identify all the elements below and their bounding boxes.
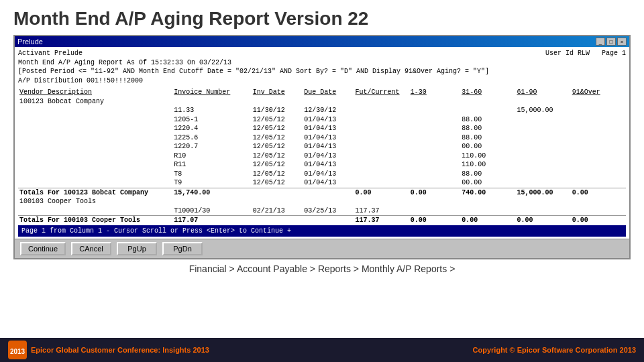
window-titlebar: Prelude _ □ × <box>15 36 629 47</box>
user-id: User Id RLW Page 1 <box>545 49 626 58</box>
table-row: 1225.612/05/1201/04/1388.00 <box>18 133 626 143</box>
report-line-2: [Posted Period <= "11-92" AND Month End … <box>18 67 626 76</box>
table-row: T912/05/1201/04/1300.00 <box>18 178 626 188</box>
cancel-button[interactable]: CAncel <box>71 242 111 255</box>
column-header-row: Vendor Description Invoice Number Inv Da… <box>18 88 626 97</box>
col-fut-current: Fut/Current <box>354 88 409 97</box>
svg-text:2013: 2013 <box>10 348 25 355</box>
table-row: Totals For 100103 Cooper Tools117.07117.… <box>18 216 626 225</box>
button-area: ContinueCAncelPgUpPgDn <box>15 239 629 258</box>
col-91-over: 91&Over <box>571 88 626 97</box>
status-bar: Page 1 from Column 1 - Cursor Scroll or … <box>18 225 626 237</box>
col-inv-date: Inv Date <box>252 88 303 97</box>
report-table: Vendor Description Invoice Number Inv Da… <box>18 88 626 225</box>
table-row: R1012/05/1201/04/13110.00 <box>18 152 626 161</box>
col-vendor: Vendor Description <box>18 88 172 97</box>
col-1-30: 1-30 <box>409 88 460 97</box>
insights-logo-icon: 2013 <box>8 341 27 359</box>
pgup-button[interactable]: PgUp <box>117 242 157 255</box>
table-row: T10001/3002/21/1303/25/13117.37 <box>18 206 626 216</box>
col-61-90: 61-90 <box>515 88 570 97</box>
prelude-window: Prelude _ □ × Activant Prelude User Id R… <box>13 35 631 259</box>
pgdn-button[interactable]: PgDn <box>162 242 203 255</box>
footer-right-text: Copyright © Epicor Software Corporation … <box>473 346 636 354</box>
table-row: T812/05/1201/04/1388.00 <box>18 170 626 179</box>
window-title: Prelude <box>17 38 43 46</box>
col-invoice: Invoice Number <box>172 88 252 97</box>
breadcrumb: Financial > Account Payable > Reports > … <box>0 259 644 277</box>
col-31-60: 31-60 <box>460 88 515 97</box>
table-row: R1112/05/1201/04/13110.00 <box>18 160 626 170</box>
footer-logo-area: 2013 Epicor Global Customer Conference: … <box>8 341 209 359</box>
minimize-button[interactable]: _ <box>596 38 605 46</box>
report-header: Activant Prelude User Id RLW Page 1 Mont… <box>18 49 626 85</box>
activant-label: Activant Prelude <box>18 49 83 58</box>
page-title: Month End A/P Aging Report Version 22 <box>0 0 644 35</box>
maximize-button[interactable]: □ <box>606 38 616 46</box>
table-row: 1220.412/05/1201/04/1388.00 <box>18 124 626 133</box>
table-row: Totals For 100123 Bobcat Company15,740.0… <box>18 188 626 197</box>
table-row: 1205-112/05/1201/04/1388.00 <box>18 115 626 125</box>
continue-button[interactable]: Continue <box>20 242 66 255</box>
table-row: 1220.712/05/1201/04/1300.00 <box>18 142 626 152</box>
table-row: 100103 Cooper Tools <box>18 197 626 206</box>
report-line-3: A/P Distribution 001!!50!!!2000 <box>18 76 626 86</box>
report-line-1: Month End A/P Aging Report As Of 15:32:3… <box>18 58 626 68</box>
report-content: Activant Prelude User Id RLW Page 1 Mont… <box>15 47 629 239</box>
footer-left-text: Epicor Global Customer Conference: Insig… <box>31 346 209 354</box>
footer: 2013 Epicor Global Customer Conference: … <box>0 338 644 362</box>
table-row: 100123 Bobcat Company <box>18 97 626 107</box>
close-button[interactable]: × <box>617 38 627 46</box>
col-due-date: Due Date <box>303 88 354 97</box>
table-row: 11.3311/30/1212/30/1215,000.00 <box>18 106 626 115</box>
titlebar-buttons: _ □ × <box>596 38 627 46</box>
